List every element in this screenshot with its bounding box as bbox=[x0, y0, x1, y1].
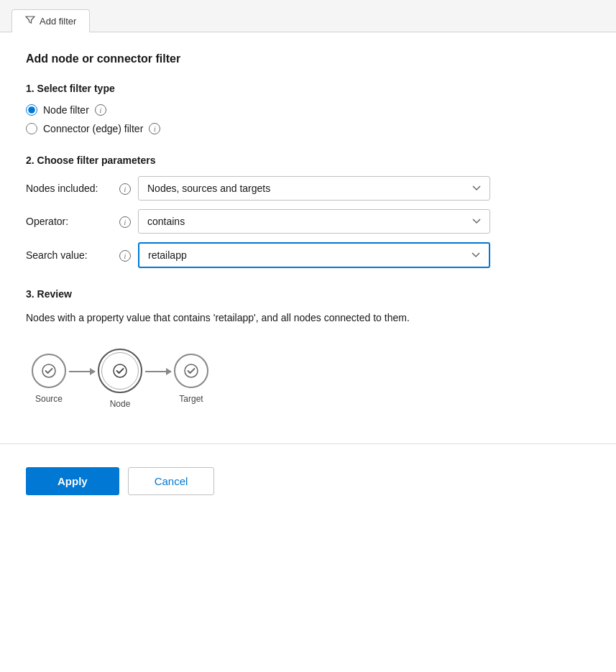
source-check-icon bbox=[41, 363, 57, 379]
nodes-included-label: Nodes included: bbox=[26, 183, 119, 194]
connector-filter-option[interactable]: Connector (edge) filter i bbox=[26, 123, 590, 134]
tab-bar: Add filter bbox=[0, 0, 616, 32]
node-filter-option[interactable]: Node filter i bbox=[26, 104, 590, 116]
operator-select[interactable]: contains equals starts with ends with do… bbox=[138, 209, 490, 234]
add-filter-tab[interactable]: Add filter bbox=[12, 9, 90, 32]
review-section: 3. Review Nodes with a property value th… bbox=[26, 288, 590, 420]
svg-point-2 bbox=[185, 364, 198, 377]
target-node: Target bbox=[174, 354, 208, 404]
svg-point-1 bbox=[114, 364, 127, 377]
params-section: 2. Choose filter parameters Nodes includ… bbox=[26, 155, 590, 268]
add-filter-tab-label: Add filter bbox=[40, 16, 76, 27]
node-filter-label: Node filter bbox=[43, 104, 89, 116]
node-label: Node bbox=[110, 399, 131, 409]
arrow-line-2 bbox=[145, 371, 171, 372]
source-circle bbox=[32, 354, 66, 388]
connector-filter-info-icon[interactable]: i bbox=[149, 123, 160, 134]
node-filter-radio[interactable] bbox=[26, 104, 37, 116]
center-check-icon bbox=[112, 363, 128, 379]
step3-heading: 3. Review bbox=[26, 288, 590, 300]
nodes-included-select[interactable]: Nodes, sources and targets Nodes only So… bbox=[138, 176, 490, 201]
panel-title: Add node or connector filter bbox=[26, 52, 590, 65]
target-circle bbox=[174, 354, 208, 388]
center-circle bbox=[98, 349, 142, 393]
nodes-included-row: Nodes included: i Nodes, sources and tar… bbox=[26, 176, 590, 201]
action-buttons: Apply Cancel bbox=[26, 461, 590, 495]
search-value-control: retailapp webapp service bbox=[138, 242, 590, 268]
nodes-included-info: i bbox=[119, 182, 131, 195]
operator-label: Operator: bbox=[26, 216, 119, 227]
arrow-node-to-target bbox=[145, 371, 171, 387]
search-value-info-icon[interactable]: i bbox=[119, 250, 131, 262]
target-check-icon bbox=[183, 363, 199, 379]
arrow-source-to-node bbox=[69, 371, 95, 387]
main-panel: Add node or connector filter 1. Select f… bbox=[0, 32, 616, 515]
connector-filter-label: Connector (edge) filter bbox=[43, 123, 143, 134]
cancel-button[interactable]: Cancel bbox=[128, 467, 215, 495]
search-value-row: Search value: i retailapp webapp service bbox=[26, 242, 590, 268]
operator-row: Operator: i contains equals starts with … bbox=[26, 209, 590, 234]
review-description: Nodes with a property value that contain… bbox=[26, 310, 428, 326]
node-filter-info-icon[interactable]: i bbox=[95, 104, 106, 116]
connector-filter-radio[interactable] bbox=[26, 123, 37, 134]
nodes-included-info-icon[interactable]: i bbox=[119, 183, 131, 195]
operator-control: contains equals starts with ends with do… bbox=[138, 209, 590, 234]
search-value-select[interactable]: retailapp webapp service bbox=[138, 242, 490, 268]
divider bbox=[0, 443, 616, 444]
filter-icon bbox=[25, 15, 35, 27]
step2-heading: 2. Choose filter parameters bbox=[26, 155, 590, 166]
search-value-info: i bbox=[119, 249, 131, 262]
svg-point-0 bbox=[42, 364, 55, 377]
step1-heading: 1. Select filter type bbox=[26, 83, 590, 94]
source-label: Source bbox=[35, 394, 63, 404]
source-node: Source bbox=[32, 354, 66, 404]
operator-info: i bbox=[119, 215, 131, 229]
node-diagram: Source Node bbox=[26, 343, 590, 420]
arrow-line-1 bbox=[69, 371, 95, 372]
search-value-label: Search value: bbox=[26, 249, 119, 261]
filter-type-group: Node filter i Connector (edge) filter i bbox=[26, 104, 590, 134]
apply-button[interactable]: Apply bbox=[26, 467, 119, 495]
operator-info-icon[interactable]: i bbox=[119, 216, 131, 228]
target-label: Target bbox=[179, 394, 203, 404]
center-node: Node bbox=[98, 349, 142, 409]
nodes-included-control: Nodes, sources and targets Nodes only So… bbox=[138, 176, 590, 201]
